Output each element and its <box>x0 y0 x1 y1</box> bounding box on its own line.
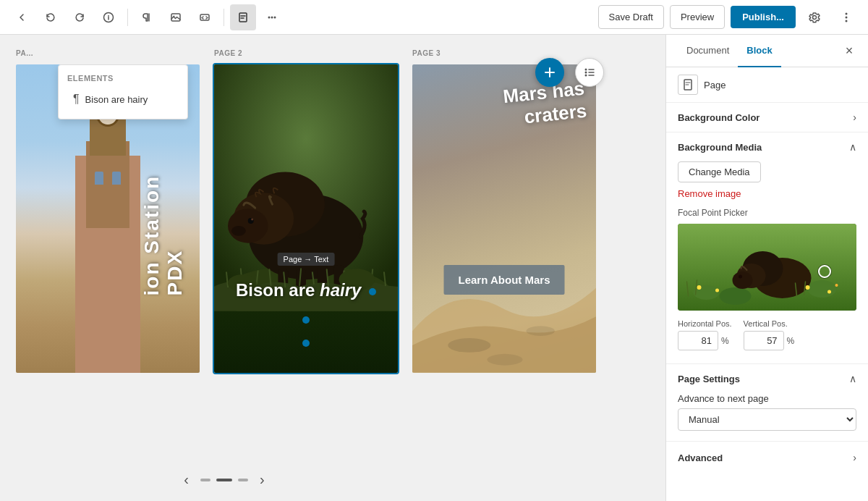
vertical-pos-input[interactable] <box>744 331 784 350</box>
panel-tabs: Document Block × <box>666 35 868 67</box>
horizontal-pos-unit: % <box>721 336 729 346</box>
svg-point-9 <box>271 16 273 18</box>
svg-point-16 <box>585 69 587 71</box>
advanced-chevron: › <box>853 452 856 463</box>
elements-popup: ELEMENTS ¶ Bison are hairy <box>58 64 188 119</box>
publish-button[interactable]: Publish... <box>731 6 796 28</box>
advance-select[interactable]: Manual Auto <box>678 408 856 431</box>
background-media-header[interactable]: Background Media ∧ <box>666 132 868 161</box>
main-area: PA... ELEMENTS ¶ Bison are hairy <box>0 35 868 501</box>
right-panel: Document Block × Page Background Color ›… <box>665 35 868 501</box>
advanced-section[interactable]: Advanced › <box>666 442 868 473</box>
add-page-button[interactable] <box>535 58 564 87</box>
svg-point-46 <box>808 280 837 298</box>
image-tool-button[interactable] <box>163 4 189 30</box>
redo-tool-button[interactable] <box>67 4 93 30</box>
svg-point-51 <box>739 275 742 279</box>
svg-point-45 <box>720 287 752 305</box>
undo-tool-button[interactable] <box>38 4 64 30</box>
editor-canvas: PA... ELEMENTS ¶ Bison are hairy <box>0 35 665 501</box>
page-row-label: Page <box>704 80 726 90</box>
focal-point-image[interactable] <box>678 224 856 311</box>
focal-point-label: Focal Point Picker <box>678 208 856 218</box>
focal-point-circle[interactable] <box>818 265 831 278</box>
tab-block[interactable]: Block <box>738 35 780 67</box>
embed-tool-button[interactable] <box>192 4 218 30</box>
svg-point-12 <box>846 16 848 18</box>
page-settings-title: Page Settings <box>678 374 740 384</box>
page-3-label: PAGE 3 <box>411 49 597 57</box>
panel-close-button[interactable]: × <box>839 41 859 61</box>
info-tool-button[interactable] <box>95 4 122 30</box>
pagination-dot-3 <box>238 479 248 481</box>
page-1-frame[interactable]: ELEMENTS ¶ Bison are hairy <box>14 63 201 374</box>
preview-button[interactable]: Preview <box>670 5 725 29</box>
background-media-content: Change Media Remove image Focal Point Pi… <box>666 161 868 363</box>
settings-button[interactable] <box>801 4 827 30</box>
page-settings-content: Advance to next page Manual Auto <box>666 393 868 441</box>
elements-item-label: Bison are hairy <box>85 94 148 105</box>
background-media-section: Background Media ∧ Change Media Remove i… <box>666 132 868 364</box>
toolbar-separator-2 <box>224 9 224 26</box>
svg-point-39 <box>487 354 522 366</box>
svg-point-53 <box>715 289 719 292</box>
tower-window-1 <box>95 172 103 185</box>
position-row: Horizontal Pos. % Vertical Pos. % <box>678 319 856 350</box>
paragraph-tool-button[interactable] <box>134 4 160 30</box>
dot-blue-3 <box>302 340 310 347</box>
pagination-dot-2-active <box>216 479 232 481</box>
toolbar-left <box>9 4 285 30</box>
toolbar: Save Draft Preview Publish... <box>0 0 868 35</box>
tab-document[interactable]: Document <box>678 35 738 67</box>
pagination-area: ‹ › <box>0 466 448 494</box>
background-color-section: Background Color › <box>666 103 868 132</box>
page-1-label: PA... <box>14 49 201 57</box>
vertical-pos-input-wrap: % <box>744 331 795 350</box>
svg-point-18 <box>585 72 587 74</box>
svg-point-27 <box>228 209 268 243</box>
page-tool-button[interactable] <box>230 4 256 30</box>
svg-point-37 <box>448 338 490 353</box>
list-view-button[interactable] <box>575 58 604 87</box>
svg-point-54 <box>806 285 810 290</box>
pages-container: PA... ELEMENTS ¶ Bison are hairy <box>0 35 665 501</box>
svg-point-50 <box>733 271 753 289</box>
remove-image-link[interactable]: Remove image <box>678 188 856 199</box>
nav-next-button[interactable]: › <box>254 466 271 494</box>
page-icon <box>678 75 698 95</box>
horizontal-pos-input[interactable] <box>678 331 718 350</box>
svg-rect-5 <box>239 13 247 22</box>
svg-point-56 <box>835 284 838 287</box>
svg-point-38 <box>527 327 555 337</box>
page-settings-header[interactable]: Page Settings ∧ <box>666 364 868 393</box>
save-draft-button[interactable]: Save Draft <box>598 5 664 29</box>
svg-point-52 <box>697 285 702 290</box>
vertical-pos-unit: % <box>787 336 795 346</box>
tower-window-2 <box>112 172 121 185</box>
elements-item[interactable]: ¶ Bison are hairy <box>67 88 179 110</box>
background-media-chevron: ∧ <box>849 141 856 153</box>
page-1-text-overlay: ion Station PDX <box>140 142 187 296</box>
back-tool-button[interactable] <box>9 4 35 30</box>
more-options-button[interactable] <box>833 4 859 30</box>
advanced-label: Advanced <box>678 452 723 463</box>
svg-point-30 <box>231 226 246 236</box>
background-color-header[interactable]: Background Color › <box>666 103 868 132</box>
svg-point-29 <box>251 219 253 221</box>
nav-prev-button[interactable]: ‹ <box>178 466 195 494</box>
page-2-card: PAGE 2 <box>213 49 399 374</box>
advance-label: Advance to next page <box>678 393 856 404</box>
horizontal-pos-input-wrap: % <box>678 331 732 350</box>
more-tool-button[interactable] <box>259 4 285 30</box>
toolbar-separator <box>127 9 128 26</box>
page-3-frame[interactable]: Mars has craters Learn About Mars <box>411 63 597 374</box>
horizontal-pos-field: Horizontal Pos. % <box>678 319 732 350</box>
page-settings-chevron: ∧ <box>849 373 856 384</box>
page-2-frame[interactable]: Page → Text Bison are hairy <box>213 63 399 374</box>
change-media-button[interactable]: Change Media <box>678 161 761 182</box>
svg-point-20 <box>585 75 587 77</box>
page-3-card: PAGE 3 Mars has craters <box>411 49 597 374</box>
page-row: Page <box>666 67 868 103</box>
page-2-text: Bison are hairy <box>214 280 398 300</box>
learn-about-mars-button[interactable]: Learn About Mars <box>444 265 565 295</box>
